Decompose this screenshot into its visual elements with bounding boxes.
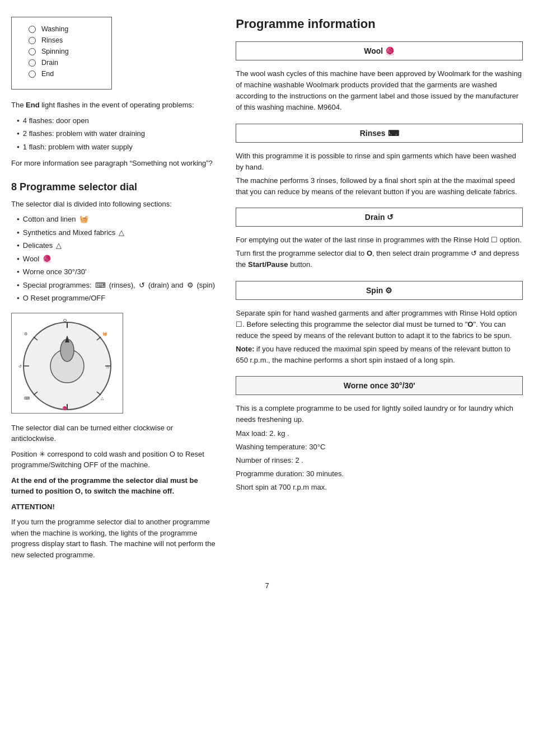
status-label-washing: Washing bbox=[41, 25, 68, 33]
flash-item-2: 2 flashes: problem with water draining bbox=[17, 128, 219, 139]
svg-text:⌨: ⌨ bbox=[24, 396, 30, 400]
svg-text:△: △ bbox=[101, 396, 104, 400]
status-circle-rinses bbox=[29, 37, 36, 44]
selector-list: Cotton and linen 🧺 Synthetics and Mixed … bbox=[17, 214, 219, 304]
drain-box: Drain ↺ bbox=[236, 208, 523, 227]
status-box: Washing Rinses Spinning Drain End bbox=[11, 17, 112, 90]
selector-item-worne: Worne once 30°/30' bbox=[17, 266, 219, 278]
page-number: 7 bbox=[11, 581, 523, 590]
svg-text:↺: ↺ bbox=[18, 364, 22, 368]
status-label-rinses: Rinses bbox=[41, 36, 63, 44]
drain-icon-box: ↺ bbox=[387, 213, 394, 222]
selector-item-delicates: Delicates △ bbox=[17, 240, 219, 251]
spin-label: Spin bbox=[366, 286, 383, 295]
status-label-end: End bbox=[41, 70, 54, 78]
worne-text-5: Programme duration: 30 minutes. bbox=[236, 468, 523, 480]
section-worne: Worne once 30°/30' This is a complete pr… bbox=[236, 376, 523, 493]
worne-label: Worne once 30°/30' bbox=[344, 381, 415, 390]
status-label-spinning: Spinning bbox=[41, 48, 69, 55]
dial-bold1-text: At the end of the programme the selector… bbox=[11, 476, 198, 496]
rinses-sym: ⌨ bbox=[95, 280, 106, 291]
right-column: Programme information Wool 🧶 The wool wa… bbox=[236, 11, 523, 565]
wool-box: Wool 🧶 bbox=[236, 41, 523, 60]
status-rinses: Rinses bbox=[29, 36, 100, 44]
worne-box: Worne once 30°/30' bbox=[236, 376, 523, 395]
left-column: Washing Rinses Spinning Drain End The En… bbox=[11, 11, 219, 565]
rinses-icon-box: ⌨ bbox=[388, 129, 399, 138]
attention-label: ATTENTION! bbox=[11, 501, 219, 513]
section-drain: Drain ↺ For emptying out the water of th… bbox=[236, 208, 523, 270]
svg-text:O: O bbox=[63, 318, 67, 323]
spin-text-2: Note: if you have reduced the maximal sp… bbox=[236, 344, 523, 366]
section-wool: Wool 🧶 The wool wash cycles of this mach… bbox=[236, 41, 523, 114]
dial-bold1: At the end of the programme the selector… bbox=[11, 475, 219, 497]
status-circle-spinning bbox=[29, 48, 36, 55]
end-bold: End bbox=[26, 101, 40, 109]
wool-icon: 🧶 bbox=[43, 253, 51, 265]
rinses-text-2: The machine performs 3 rinses, followed … bbox=[236, 175, 523, 198]
spin-text-1: Separate spin for hand washed garments a… bbox=[236, 308, 523, 341]
status-circle-end bbox=[29, 71, 36, 78]
synthetics-icon: △ bbox=[119, 227, 124, 238]
section-spin: Spin ⚙ Separate spin for hand washed gar… bbox=[236, 281, 523, 367]
drain-text-2: Turn first the programme selector dial t… bbox=[236, 248, 523, 270]
worne-text-4: Number of rinses: 2 . bbox=[236, 455, 523, 466]
status-circle-drain bbox=[29, 59, 36, 67]
status-end: End bbox=[29, 70, 100, 78]
drain-sym: ↺ bbox=[139, 280, 145, 291]
worne-text-1: This is a complete programme to be used … bbox=[236, 403, 523, 425]
cotton-icon: 🧺 bbox=[79, 214, 88, 225]
attention-text: If you turn the programme selector dial … bbox=[11, 516, 219, 560]
dial-note1: The selector dial can be turned either c… bbox=[11, 422, 219, 444]
spin-sym: ⚙ bbox=[187, 280, 194, 291]
drain-text-1: For emptying out the water of the last r… bbox=[236, 234, 523, 246]
svg-text:⚙: ⚙ bbox=[24, 332, 27, 336]
delicates-icon: △ bbox=[56, 240, 62, 251]
wool-label: Wool bbox=[364, 46, 383, 55]
programme-information-title: Programme information bbox=[236, 17, 523, 31]
drain-label: Drain bbox=[365, 213, 385, 222]
end-light-text: The End light flashes in the event of op… bbox=[11, 100, 219, 111]
flash-item-3: 1 flash: problem with water supply bbox=[17, 142, 219, 153]
selector-item-synthetics: Synthetics and Mixed fabrics △ bbox=[17, 227, 219, 238]
more-info-text: For more information see paragraph “Some… bbox=[11, 158, 219, 169]
spin-box: Spin ⚙ bbox=[236, 281, 523, 300]
worne-text-2: Max load: 2. kg . bbox=[236, 428, 523, 439]
section8-heading: 8 Programme selector dial bbox=[11, 181, 219, 193]
dial-note2: Position ✳ correspond to cold wash and p… bbox=[11, 449, 219, 471]
svg-text:🧶: 🧶 bbox=[62, 406, 67, 411]
wool-icon-box: 🧶 bbox=[385, 46, 395, 55]
rinses-box: Rinses ⌨ bbox=[236, 124, 523, 143]
rinses-text-1: With this programme it is possible to ri… bbox=[236, 151, 523, 173]
dial-svg: O 🧺 △ △ 🧶 ⌨ ↺ ⚙ bbox=[14, 316, 120, 411]
status-circle-washing bbox=[29, 26, 36, 33]
attention-label-text: ATTENTION! bbox=[11, 503, 55, 511]
status-spinning: Spinning bbox=[29, 48, 100, 55]
flash-item-1: 4 flashes: door open bbox=[17, 115, 219, 126]
selector-item-wool: Wool 🧶 bbox=[17, 253, 219, 265]
selector-item-cotton: Cotton and linen 🧺 bbox=[17, 214, 219, 225]
section-rinses: Rinses ⌨ With this programme it is possi… bbox=[236, 124, 523, 198]
selector-intro: The selector dial is divided into follow… bbox=[11, 199, 219, 210]
end-light-suffix: light flashes in the event of operating … bbox=[40, 101, 194, 109]
rinses-label: Rinses bbox=[360, 129, 386, 138]
spin-icon-box: ⚙ bbox=[385, 286, 392, 295]
flash-list: 4 flashes: door open 2 flashes: problem … bbox=[17, 115, 219, 153]
status-label-drain: Drain bbox=[41, 59, 58, 67]
worne-text-6: Short spin at 700 r.p.m max. bbox=[236, 482, 523, 493]
wool-text: The wool wash cycles of this machine hav… bbox=[236, 68, 523, 114]
selector-item-reset: O Reset programme/OFF bbox=[17, 293, 219, 304]
status-drain: Drain bbox=[29, 59, 100, 67]
dial-image: O 🧺 △ △ 🧶 ⌨ ↺ ⚙ bbox=[11, 313, 123, 414]
svg-text:🧺: 🧺 bbox=[102, 331, 107, 336]
selector-item-special: Special programmes: ⌨ (rinses), ↺ (drain… bbox=[17, 280, 219, 291]
status-washing: Washing bbox=[29, 25, 100, 33]
worne-text-3: Washing temperature: 30°C bbox=[236, 442, 523, 453]
